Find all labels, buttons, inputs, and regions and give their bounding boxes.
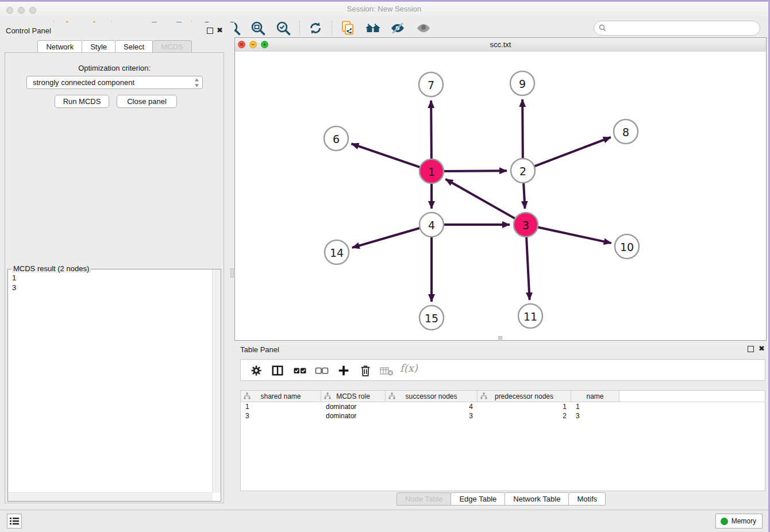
zoom-fit-button[interactable] (249, 20, 267, 37)
edge-3-to-11[interactable] (526, 235, 530, 300)
zoom-selected-icon (276, 21, 291, 36)
settings-gear-button[interactable] (249, 363, 264, 378)
node-9[interactable]: 9 (510, 71, 534, 95)
mcds-panel: Optimization criterion: strongly connect… (5, 52, 224, 503)
network-graph: 7968124314101511 (235, 52, 766, 340)
horizontal-scrollbar[interactable] (8, 492, 213, 501)
refresh-button[interactable] (307, 20, 324, 37)
hierarchy-icon (244, 392, 251, 399)
table-panel: Table Panel ✖ f(x) (234, 342, 768, 510)
network-canvas[interactable]: 7968124314101511 (235, 52, 766, 340)
column-header-predecessor-nodes[interactable]: predecessor nodes (478, 391, 571, 402)
delete-table-button[interactable] (379, 363, 394, 378)
node-14[interactable]: 14 (325, 240, 349, 264)
tab-motifs[interactable]: Motifs (568, 492, 606, 506)
column-header-label: successor nodes (405, 392, 457, 400)
column-header-shared-name[interactable]: shared name (241, 391, 321, 402)
node-4[interactable]: 4 (419, 213, 444, 237)
node-2[interactable]: 2 (511, 159, 535, 183)
svg-text:2: 2 (519, 165, 526, 178)
titlebar[interactable]: Session: New Session (0, 2, 768, 18)
delete-table-icon (379, 364, 394, 377)
home-button[interactable] (364, 20, 382, 37)
edge-4-to-14[interactable] (352, 228, 422, 248)
add-column-button[interactable] (336, 363, 351, 378)
edge-3-to-10[interactable] (536, 227, 611, 243)
panel-splitter[interactable] (230, 22, 234, 510)
task-history-button[interactable] (7, 514, 22, 529)
vertical-scrollbar[interactable] (212, 269, 221, 493)
splitter-grip[interactable] (230, 268, 234, 277)
memory-button[interactable]: Memory (715, 514, 763, 529)
deselect-all-icon (315, 364, 329, 377)
column-header-mcds-role[interactable]: MCDS role (321, 391, 386, 402)
cell-successor-nodes: 3 (386, 411, 478, 421)
zoom-selected-button[interactable] (275, 20, 292, 37)
settings-gear-icon (250, 364, 263, 377)
edge-1-to-2[interactable] (442, 171, 507, 171)
network-window-titlebar[interactable]: ✕ − + scc.txt (235, 38, 766, 52)
float-panel-icon[interactable] (207, 28, 213, 34)
close-panel-icon[interactable]: ✖ (217, 26, 223, 34)
node-1[interactable]: 1 (419, 159, 444, 183)
column-header-label: shared name (260, 392, 301, 400)
show-button[interactable] (415, 20, 432, 37)
edge-1-to-6[interactable] (351, 144, 421, 168)
select-all-button[interactable] (292, 363, 307, 378)
table-tabs: Node TableEdge TableNetwork TableMotifs (234, 492, 768, 506)
deselect-all-button[interactable] (314, 363, 329, 378)
column-header-label: name (586, 392, 603, 400)
delete-column-button[interactable] (358, 363, 373, 378)
node-6[interactable]: 6 (324, 126, 348, 151)
node-15[interactable]: 15 (419, 306, 444, 330)
select-all-icon (293, 364, 307, 377)
list-icon (10, 517, 19, 525)
window-resize-handle[interactable] (498, 336, 502, 340)
tab-network-table[interactable]: Network Table (505, 492, 569, 506)
criterion-dropdown[interactable]: strongly connected component (26, 76, 203, 89)
tab-style[interactable]: Style (82, 40, 116, 53)
mcds-result-line: 1 (12, 273, 16, 283)
close-panel-button[interactable]: Close panel (117, 95, 177, 108)
cell-mcds-role: dominator (321, 402, 386, 411)
node-3[interactable]: 3 (514, 213, 538, 237)
table-row[interactable]: 3dominator323 (241, 411, 765, 421)
cell-successor-nodes: 4 (386, 402, 478, 411)
node-10[interactable]: 10 (615, 234, 639, 259)
tab-edge-table[interactable]: Edge Table (451, 492, 505, 506)
refresh-icon (308, 21, 323, 36)
node-11[interactable]: 11 (518, 304, 542, 328)
cell-shared-name: 1 (241, 402, 321, 411)
close-table-panel-icon[interactable]: ✖ (759, 344, 765, 353)
search-field[interactable] (594, 21, 760, 36)
edge-1-to-7[interactable] (431, 101, 432, 161)
mcds-result-box: MCDS result (2 nodes) 13 (7, 269, 221, 502)
run-mcds-button[interactable]: Run MCDS (55, 95, 109, 108)
zoom-fit-icon (251, 21, 265, 36)
tab-node-table[interactable]: Node Table (396, 492, 452, 506)
edge-2-to-3[interactable] (523, 181, 525, 209)
column-header-label: predecessor nodes (495, 392, 553, 400)
edge-3-to-1[interactable] (445, 179, 517, 219)
tab-select[interactable]: Select (115, 40, 153, 53)
hide-button[interactable] (389, 20, 406, 37)
table-row[interactable]: 1dominator411 (241, 402, 765, 411)
network-window-title: scc.txt (235, 40, 766, 49)
table-panel-title: Table Panel (240, 345, 279, 354)
column-header-name[interactable]: name (571, 391, 619, 402)
hierarchy-icon (480, 392, 487, 399)
function-builder-button[interactable]: f(x) (400, 362, 418, 374)
column-header-successor-nodes[interactable]: successor nodes (386, 391, 478, 402)
search-input[interactable] (609, 22, 755, 34)
criterion-dropdown-value: strongly connected component (33, 78, 134, 87)
float-table-panel-icon[interactable] (748, 346, 754, 352)
tab-mcds[interactable]: MCDS (152, 40, 191, 53)
tab-network[interactable]: Network (37, 40, 82, 53)
network-clipboard-button[interactable] (339, 20, 356, 37)
node-8[interactable]: 8 (614, 119, 638, 144)
split-panel-button[interactable] (270, 363, 285, 378)
optimization-criterion-label: Optimization criterion: (5, 64, 224, 72)
node-7[interactable]: 7 (419, 72, 443, 97)
edge-2-to-8[interactable] (533, 137, 611, 167)
edge-2-to-9[interactable] (522, 99, 523, 160)
